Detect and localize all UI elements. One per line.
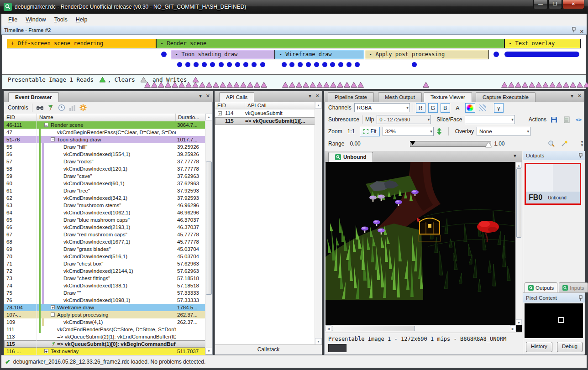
event-row[interactable]: 76vkCmdDrawIndexed(1098,1)57.33333	[4, 297, 205, 304]
draw-event-dot[interactable]	[306, 62, 311, 67]
mip-select[interactable]: 0 - 1272x690▾	[377, 115, 431, 124]
timeline-marker[interactable]: + Off-screen scene rendering	[7, 39, 156, 48]
close-icon[interactable]: ✕	[578, 93, 582, 99]
range-black-handle[interactable]	[410, 141, 415, 145]
event-row[interactable]: 47vkCmdBeginRenderPass(C=Clear, D=Clear,…	[4, 129, 205, 136]
event-row[interactable]: 55Draw "hill"39.25926	[4, 143, 205, 151]
fit-button[interactable]: Fit	[360, 127, 379, 136]
col-eid[interactable]: EID	[4, 114, 37, 121]
expander-icon[interactable]: +	[51, 305, 55, 309]
draw-event-dot[interactable]	[161, 52, 167, 57]
api-call-row[interactable]: +114vkQueueSubmit	[215, 109, 315, 117]
event-row[interactable]: 72vkCmdDrawIndexed(12144,1)57.62963	[4, 267, 205, 275]
history-button[interactable]: History	[526, 342, 552, 352]
pin-icon[interactable]	[578, 295, 583, 301]
autofit-wand-icon[interactable]	[559, 139, 569, 149]
event-browser-scrollbar[interactable]: ▲ ▼	[205, 114, 212, 354]
draw-event-dot[interactable]	[355, 62, 360, 67]
timeline-panel[interactable]: Presentable Image 1 Reads , Clears and W…	[2, 35, 586, 89]
draw-event-dot[interactable]	[330, 62, 335, 67]
timeline-marker[interactable]: - Wireframe draw	[275, 50, 364, 59]
channel-b-button[interactable]: B	[441, 103, 450, 113]
draw-event-dot[interactable]	[219, 62, 224, 67]
draw-event-dot[interactable]	[493, 52, 499, 57]
timeline-marker[interactable]: - Text overlay	[504, 39, 581, 48]
bookmark-icon[interactable]	[79, 104, 87, 111]
close-button[interactable]: ✕	[562, 0, 584, 9]
flip-y-icon[interactable]	[436, 128, 442, 135]
range-max-value[interactable]: 1.00	[494, 141, 504, 147]
pin-icon[interactable]	[578, 153, 583, 159]
event-row[interactable]: 67Draw "red mushroom caps"45.77778	[4, 231, 205, 238]
pixel-context-view[interactable]	[525, 303, 583, 338]
find-icon[interactable]	[36, 104, 44, 111]
draw-event-dot[interactable]	[185, 62, 190, 67]
draw-events-bar[interactable]	[504, 52, 579, 57]
export-icon[interactable]	[562, 115, 571, 125]
write-event-markers[interactable]	[282, 82, 365, 88]
draw-event-dot[interactable]	[227, 62, 232, 67]
write-event-markers[interactable]	[422, 82, 430, 88]
tab-capture-executable[interactable]: Capture Executable	[476, 92, 536, 102]
tab-outputs[interactable]: Outputs	[525, 282, 557, 292]
open-external-icon[interactable]: <>	[574, 115, 584, 125]
event-row[interactable]: 64vkCmdDrawIndexed(1062,1)46.96296	[4, 209, 205, 216]
draw-event-dot[interactable]	[282, 62, 287, 67]
chevron-down-icon[interactable]: ▾	[571, 93, 573, 99]
tab-texture-viewer[interactable]: Texture Viewer	[424, 92, 472, 102]
menu-help[interactable]: Help	[72, 16, 92, 23]
fb0-thumbnail[interactable]: FB0 Unbound	[525, 163, 581, 205]
event-row[interactable]: 57Draw "rocks"37.77778	[4, 158, 205, 165]
slice-face-select[interactable]: ▾	[465, 115, 514, 124]
draw-event-dot[interactable]	[412, 62, 417, 67]
draw-event-dot[interactable]	[177, 62, 182, 67]
timeline-marker[interactable]: - Render scene	[156, 39, 504, 48]
event-row[interactable]: 62vkCmdDrawIndexed(342,1)37.92593	[4, 194, 205, 202]
expander-icon[interactable]: −	[51, 137, 55, 141]
alpha-checker-icon[interactable]	[478, 103, 488, 113]
event-row[interactable]: 115=> vkQueueSubmit(1)[0]: vkBeginComman…	[4, 340, 205, 348]
expander-icon[interactable]: +	[44, 349, 48, 353]
event-row[interactable]: 69Draw "grass blades"45.03704	[4, 245, 205, 253]
event-row[interactable]: 111vkCmdEndRenderPass(C=Store, D=Store, …	[4, 326, 205, 333]
write-event-markers[interactable]	[144, 82, 268, 88]
canvas-hscrollbar[interactable]: ◀ ▶	[326, 325, 516, 332]
maximize-button[interactable]: ❒	[548, 0, 562, 9]
save-icon[interactable]	[549, 115, 559, 125]
event-row[interactable]: 63Draw "mushroom stems"46.96296	[4, 202, 205, 209]
channel-g-button[interactable]: G	[428, 103, 438, 113]
event-row[interactable]: 65Draw "blue mushroom caps"46.37037	[4, 216, 205, 224]
tab-api-calls[interactable]: API Calls	[219, 92, 254, 102]
event-row[interactable]: 46-111−Render scene3064.7...	[4, 121, 205, 129]
draw-event-dot[interactable]	[210, 62, 215, 67]
chevron-down-icon[interactable]: ▾	[199, 93, 202, 99]
channel-a-button[interactable]: A	[453, 103, 462, 113]
event-row[interactable]: 60vkCmdDrawIndexed(60,1)37.62963	[4, 180, 205, 187]
callstack-bar[interactable]: Callstack	[215, 344, 322, 354]
timeline-marker[interactable]: - Apply post processing	[365, 50, 489, 59]
zoom-range-icon[interactable]	[546, 139, 556, 149]
range-min-value[interactable]: 0.00	[350, 141, 360, 147]
texture-canvas[interactable]: ▲ ▼ ◀ ▶	[326, 162, 522, 332]
menu-tools[interactable]: Tools	[50, 16, 72, 23]
collapse-range-icon[interactable]: ▼▼	[580, 141, 584, 147]
debug-button[interactable]: Debug	[557, 342, 583, 352]
event-row[interactable]: 58vkCmdDrawIndexed(120,1)37.77778	[4, 165, 205, 172]
range-slider[interactable]	[410, 141, 491, 147]
event-row[interactable]: 71Draw "chest box"57.62963	[4, 260, 205, 267]
event-row[interactable]: 75Draw ""57.33333	[4, 289, 205, 297]
expander-icon[interactable]: −	[44, 123, 48, 127]
draw-event-dot[interactable]	[289, 62, 294, 67]
api-calls-scrollbar[interactable]: ▲ ▼	[315, 102, 322, 345]
color-wheel-icon[interactable]	[465, 103, 475, 113]
tab-event-browser[interactable]: Event Browser	[8, 92, 59, 102]
minimize-button[interactable]: —	[533, 0, 548, 9]
chevron-down-icon[interactable]: ▾	[309, 93, 311, 99]
channel-r-button[interactable]: R	[416, 103, 425, 113]
overlay-select[interactable]: None▾	[477, 127, 530, 136]
event-row[interactable]: 116-...+Text overlay511.7037	[4, 348, 205, 355]
close-icon[interactable]: ✕	[206, 93, 210, 99]
draw-event-dot[interactable]	[235, 62, 240, 67]
gamma-button[interactable]: γ	[494, 103, 504, 113]
tab-pipeline-state[interactable]: Pipeline State	[328, 92, 374, 102]
